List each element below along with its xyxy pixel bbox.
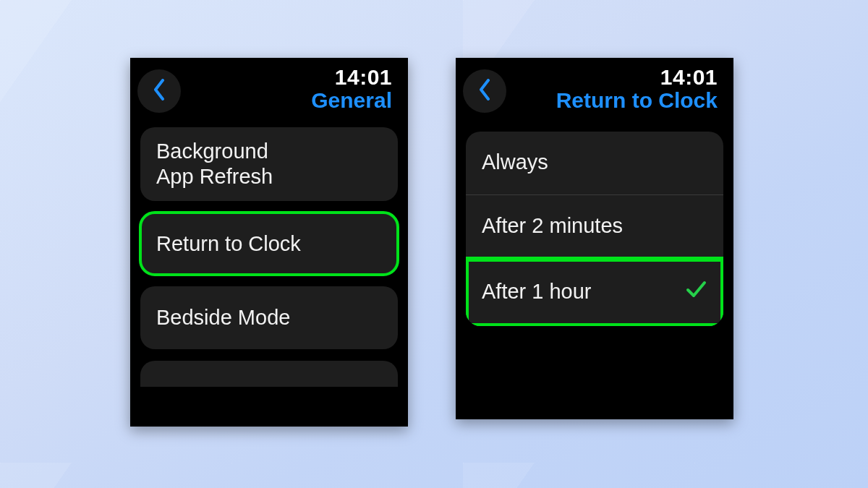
settings-list: Background App Refresh Return to Clock B… [130,127,408,387]
option-after-2-minutes[interactable]: After 2 minutes [466,194,723,258]
list-item-label: Return to Clock [156,232,301,255]
options-group: Always After 2 minutes After 1 hour [466,132,723,326]
option-always[interactable]: Always [466,132,723,194]
option-label: After 1 hour [482,280,592,304]
list-item-peek[interactable] [140,361,398,387]
list-item-label: Bedside Mode [156,306,290,329]
chevron-left-icon [478,79,491,103]
status-time: 14:01 [311,65,392,90]
option-label: After 2 minutes [482,214,623,238]
title-bar: 14:01 General [130,58,408,124]
page-title: Return to Clock [556,88,718,113]
watch-screen-general: 14:01 General Background App Refresh Ret… [130,58,408,427]
option-after-1-hour[interactable]: After 1 hour [466,258,723,326]
chevron-left-icon [153,79,166,103]
back-button[interactable] [137,69,181,113]
watch-screen-return-to-clock: 14:01 Return to Clock Always After 2 min… [456,58,733,419]
list-item-background-app-refresh[interactable]: Background App Refresh [140,127,398,201]
canvas: 14:01 General Background App Refresh Ret… [0,0,868,488]
list-item-label: Background App Refresh [156,140,273,188]
page-title: General [311,88,392,113]
list-item-return-to-clock[interactable]: Return to Clock [140,213,398,275]
status-time: 14:01 [556,65,718,90]
back-button[interactable] [463,69,506,113]
checkmark-icon [684,278,707,306]
option-label: Always [482,150,548,174]
list-item-bedside-mode[interactable]: Bedside Mode [140,286,398,349]
title-bar: 14:01 Return to Clock [456,58,733,124]
